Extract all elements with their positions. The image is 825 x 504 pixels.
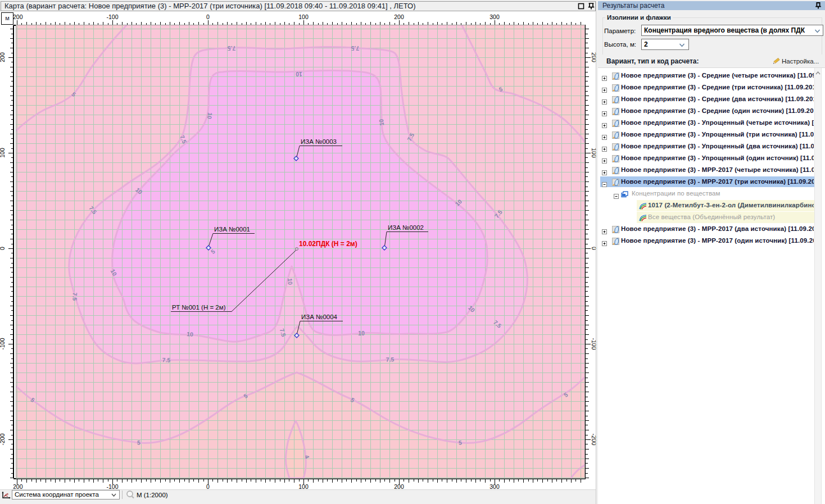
svg-text:5: 5 [459,439,463,446]
svg-text:0: 0 [206,13,210,20]
svg-text:300: 300 [489,13,500,20]
svg-text:-200: -200 [0,433,6,445]
svg-text:0: 0 [0,247,6,250]
svg-text:10: 10 [296,71,302,78]
svg-text:ИЗА №0003: ИЗА №0003 [301,138,337,145]
svg-text:100: 100 [0,148,6,158]
svg-text:-100: -100 [0,338,6,349]
svg-text:7.5: 7.5 [71,293,79,301]
svg-text:ИЗА №0002: ИЗА №0002 [388,224,424,231]
svg-text:7.5: 7.5 [386,356,394,363]
svg-text:10: 10 [206,112,214,120]
svg-text:ИЗА №0001: ИЗА №0001 [214,226,250,233]
svg-text:РТ №001 (Н = 2м): РТ №001 (Н = 2м) [172,304,226,311]
svg-text:10.02ПДК (Н = 2м): 10.02ПДК (Н = 2м) [299,240,357,248]
svg-text:5: 5 [137,439,141,446]
svg-text:7.5: 7.5 [228,45,236,52]
svg-text:200: 200 [394,13,404,20]
svg-text:ИЗА №0004: ИЗА №0004 [301,314,338,320]
svg-text:10: 10 [358,330,365,337]
svg-text:10: 10 [378,119,385,126]
svg-text:10: 10 [287,278,294,285]
svg-text:7.5: 7.5 [162,356,171,364]
svg-text:7.5: 7.5 [351,45,360,52]
svg-text:-100: -100 [106,13,118,20]
svg-text:10: 10 [187,330,194,338]
svg-text:100: 100 [298,13,309,20]
svg-text:200: 200 [0,52,6,62]
